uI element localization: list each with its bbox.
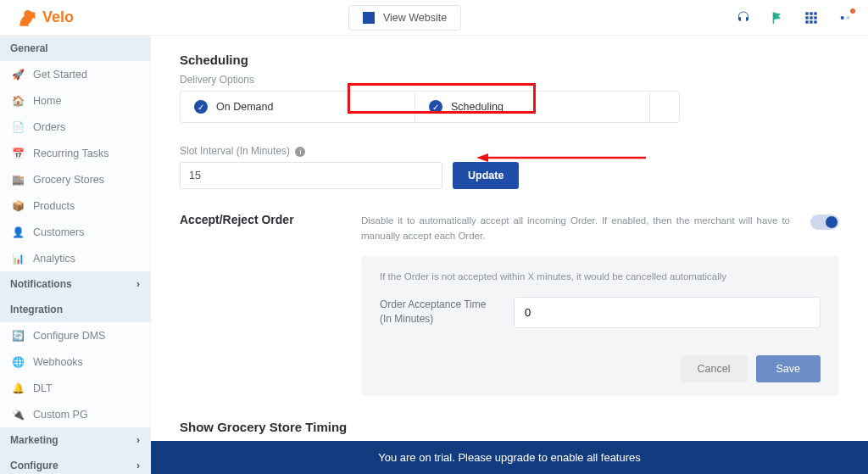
svg-rect-3 <box>805 16 808 19</box>
svg-rect-5 <box>814 16 816 19</box>
sidebar-item-get-started[interactable]: 🚀Get Started <box>0 61 150 87</box>
sidebar-item-grocery[interactable]: 🏬Grocery Stores <box>0 166 150 192</box>
svg-rect-1 <box>810 12 812 14</box>
brand-text: Velo <box>42 8 74 26</box>
sidebar-section-integration: Integration <box>0 297 150 322</box>
flag-icon[interactable] <box>770 10 785 25</box>
svg-rect-2 <box>814 12 816 14</box>
view-website-label: View Website <box>383 12 447 24</box>
sidebar: General 🚀Get Started 🏠Home 📄Orders 📅Recu… <box>0 36 151 474</box>
sidebar-item-home[interactable]: 🏠Home <box>0 87 150 114</box>
sidebar-item-dms[interactable]: 🔄Configure DMS <box>0 322 150 349</box>
analytics-icon: 📊 <box>12 252 25 265</box>
svg-rect-6 <box>805 20 808 23</box>
view-website-button[interactable]: View Website <box>348 5 461 31</box>
recurring-icon: 📅 <box>12 147 25 159</box>
accept-reject-title: Accept/Reject Order <box>180 213 341 226</box>
sidebar-item-products[interactable]: 📦Products <box>0 192 150 219</box>
lion-icon <box>15 7 37 29</box>
brand-logo: Velo <box>15 7 74 29</box>
acceptance-note: If the Order is not accepted within X mi… <box>380 271 821 282</box>
option-extra-cell <box>650 92 679 122</box>
acceptance-actions: Cancel Save <box>380 355 821 382</box>
apps-grid-icon[interactable] <box>804 10 819 25</box>
accept-reject-desc: Disable it to automatically accept all i… <box>361 213 790 244</box>
globe-icon <box>363 12 375 24</box>
svg-point-10 <box>846 16 849 20</box>
bell-icon: 🔔 <box>12 382 25 394</box>
cancel-button[interactable]: Cancel <box>681 355 748 382</box>
delivery-options-row: ✓ On Demand ✓ Scheduling <box>180 91 680 123</box>
sidebar-section-notifications[interactable]: Notifications› <box>0 271 150 297</box>
home-icon: 🏠 <box>12 94 25 107</box>
acceptance-time-label: Order Acceptance Time (In Minutes) <box>380 298 498 326</box>
sidebar-item-custompg[interactable]: 🔌Custom PG <box>0 401 150 427</box>
trial-banner[interactable]: You are on trial. Please upgrade to enab… <box>151 441 868 474</box>
customers-icon: 👤 <box>12 226 25 238</box>
sidebar-item-recurring[interactable]: 📅Recurring Tasks <box>0 140 150 166</box>
chevron-right-icon: › <box>136 460 140 471</box>
scheduling-heading: Scheduling <box>180 53 839 67</box>
slot-interval-row: Update <box>180 162 839 189</box>
accept-reject-toggle[interactable] <box>810 215 839 230</box>
accept-reject-row: Accept/Reject Order Disable it to automa… <box>180 213 839 244</box>
sidebar-item-analytics[interactable]: 📊Analytics <box>0 245 150 271</box>
acceptance-form-row: Order Acceptance Time (In Minutes) <box>380 297 821 328</box>
update-button[interactable]: Update <box>453 162 519 189</box>
option-scheduling[interactable]: ✓ Scheduling <box>415 92 650 122</box>
sidebar-section-configure[interactable]: Configure› <box>0 453 150 474</box>
sidebar-item-dlt[interactable]: 🔔DLT <box>0 375 150 401</box>
chevron-right-icon: › <box>136 434 140 446</box>
plugin-icon: 🔌 <box>12 408 25 421</box>
rocket-icon: 🚀 <box>12 68 25 81</box>
check-icon: ✓ <box>429 100 442 114</box>
dms-icon: 🔄 <box>12 329 25 342</box>
app-header: Velo View Website <box>0 0 868 36</box>
show-timing-title: Show Grocery Store Timing <box>180 420 347 434</box>
store-icon: 🏬 <box>12 173 25 186</box>
svg-rect-4 <box>810 16 812 19</box>
show-timing-row: Show Grocery Store Timing <box>180 420 839 434</box>
acceptance-time-input[interactable] <box>514 297 821 328</box>
chevron-right-icon: › <box>136 278 140 290</box>
slot-interval-input[interactable] <box>180 162 442 189</box>
sidebar-section-marketing[interactable]: Marketing› <box>0 427 150 453</box>
slot-interval-label: Slot Interval (In Minutes) i <box>180 145 839 157</box>
check-icon: ✓ <box>194 100 208 114</box>
svg-rect-0 <box>805 12 808 14</box>
support-icon[interactable] <box>736 10 751 25</box>
sidebar-section-general: General <box>0 36 150 61</box>
save-button[interactable]: Save <box>756 355 821 382</box>
orders-icon: 📄 <box>12 120 25 133</box>
option-on-demand[interactable]: ✓ On Demand <box>181 92 415 122</box>
products-icon: 📦 <box>12 199 25 212</box>
acceptance-panel: If the Order is not accepted within X mi… <box>361 256 839 396</box>
main-content: Scheduling Delivery Options ✓ On Demand … <box>151 36 868 474</box>
sidebar-item-webhooks[interactable]: 🌐Webhooks <box>0 349 150 375</box>
sidebar-item-orders[interactable]: 📄Orders <box>0 114 150 140</box>
notification-dot-icon[interactable] <box>837 10 853 25</box>
sidebar-item-customers[interactable]: 👤Customers <box>0 219 150 245</box>
webhooks-icon: 🌐 <box>12 355 25 368</box>
svg-rect-8 <box>814 20 816 23</box>
header-actions <box>736 10 853 25</box>
delivery-options-label: Delivery Options <box>180 74 839 86</box>
info-icon[interactable]: i <box>295 147 305 157</box>
svg-point-9 <box>841 16 844 20</box>
svg-rect-7 <box>810 20 812 23</box>
